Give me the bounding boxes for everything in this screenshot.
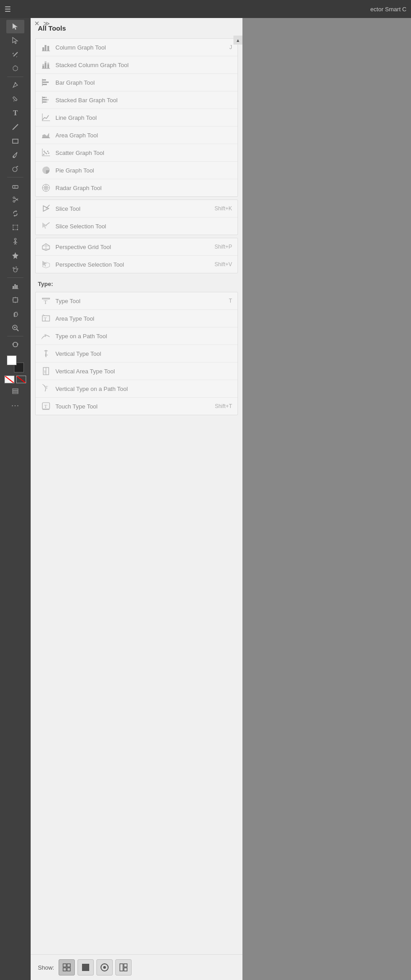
scatter-graph-tool-item[interactable]: Scatter Graph Tool: [36, 144, 237, 162]
show-advanced-button[interactable]: [96, 959, 113, 975]
svg-rect-76: [42, 99, 47, 100]
area-graph-tool-item[interactable]: Area Graph Tool: [36, 127, 237, 144]
svg-rect-24: [17, 225, 18, 226]
svg-rect-127: [63, 964, 66, 967]
perspective-grid-tool-item[interactable]: Perspective Grid Tool Shift+P: [36, 238, 237, 256]
svg-marker-33: [12, 252, 18, 259]
svg-rect-60: [45, 45, 46, 51]
toolbar-separator-2: [7, 177, 23, 177]
type-icon-letter: T: [13, 109, 18, 117]
toolbar-rotate-tool[interactable]: [6, 207, 24, 220]
bar-graph-tool-label: Bar Graph Tool: [55, 79, 228, 86]
svg-rect-64: [42, 64, 44, 66]
svg-point-36: [16, 267, 17, 268]
scroll-up-button[interactable]: ▲: [233, 36, 242, 45]
svg-marker-21: [14, 215, 15, 217]
svg-text:T: T: [44, 299, 47, 305]
type-tool-item[interactable]: T Type Tool T: [36, 292, 237, 310]
toolbar-pin-tool[interactable]: [6, 249, 24, 262]
toolbar-eraser-tool[interactable]: [6, 179, 24, 192]
perspective-tools-section: Perspective Grid Tool Shift+P Perspectiv…: [35, 238, 238, 273]
toolbar-layers[interactable]: [6, 385, 24, 398]
vertical-area-type-tool-item[interactable]: T Vertical Area Type Tool: [36, 363, 237, 380]
toolbar-line-tool[interactable]: [6, 120, 24, 134]
fill-none-indicator[interactable]: [5, 376, 14, 383]
toolbar-puppet-warp-tool[interactable]: [6, 235, 24, 248]
toolbar-more[interactable]: ···: [6, 399, 24, 412]
type-on-path-tool-item[interactable]: T Type on a Path Tool: [36, 327, 237, 345]
svg-rect-63: [42, 66, 44, 68]
toolbar-free-transform-tool[interactable]: [6, 221, 24, 234]
svg-rect-59: [42, 47, 44, 51]
more-icon: ···: [11, 401, 19, 410]
show-custom-button[interactable]: [115, 959, 132, 975]
svg-line-19: [15, 198, 18, 200]
perspective-selection-tool-item[interactable]: Perspective Selection Tool Shift+V: [36, 256, 237, 273]
toolbar-column-graph-tool[interactable]: [6, 279, 24, 293]
svg-rect-126: [42, 409, 50, 410]
column-graph-tool-item[interactable]: Column Graph Tool J: [36, 39, 237, 56]
type-tool-shortcut: T: [229, 298, 232, 304]
toolbar-pen-tool[interactable]: [6, 78, 24, 92]
hamburger-icon[interactable]: ☰: [5, 5, 11, 14]
toolbar-type-tool[interactable]: T: [6, 106, 24, 120]
line-graph-tool-item[interactable]: Line Graph Tool: [36, 109, 237, 127]
svg-text:T: T: [44, 354, 49, 356]
show-all-button[interactable]: [59, 959, 75, 975]
panel-scroll-area[interactable]: ▲ Column Graph Tool J: [31, 36, 242, 954]
stacked-column-graph-icon: [41, 60, 51, 70]
slice-tool-shortcut: Shift+K: [215, 205, 232, 212]
radar-graph-tool-item[interactable]: Radar Graph Tool: [36, 179, 237, 196]
svg-rect-39: [14, 284, 16, 289]
svg-marker-53: [17, 344, 18, 345]
toolbar-selection-tool[interactable]: [6, 20, 24, 33]
vertical-type-icon: T: [41, 349, 51, 358]
toolbar-magic-wand-tool[interactable]: ✦: [6, 48, 24, 61]
stacked-column-graph-tool-item[interactable]: Stacked Column Graph Tool: [36, 56, 237, 74]
show-basic-button[interactable]: [78, 959, 94, 975]
svg-rect-42: [13, 298, 18, 302]
touch-type-tool-item[interactable]: T Touch Type Tool Shift+T: [36, 398, 237, 415]
svg-point-88: [47, 151, 49, 152]
svg-rect-25: [13, 229, 14, 230]
stroke-none-indicator[interactable]: [16, 376, 26, 383]
toolbar-zoom-tool[interactable]: [6, 321, 24, 335]
svg-marker-0: [13, 23, 18, 30]
svg-rect-68: [47, 63, 49, 64]
toolbar-scissors-tool[interactable]: [6, 193, 24, 206]
slice-selection-icon: [41, 221, 51, 231]
slice-selection-tool-label: Slice Selection Tool: [55, 223, 228, 230]
toolbar-symbol-sprayer-tool[interactable]: [6, 263, 24, 276]
toolbar-hand-tool[interactable]: [6, 307, 24, 321]
slice-selection-tool-item[interactable]: Slice Selection Tool: [36, 218, 237, 235]
toolbar-paintbrush-tool[interactable]: [6, 148, 24, 162]
toolbar-lasso-tool[interactable]: [6, 62, 24, 75]
fill-color-swatch[interactable]: [7, 355, 17, 365]
toolbar-pencil-tool[interactable]: [6, 92, 24, 106]
column-graph-icon: [41, 42, 51, 52]
vertical-type-on-path-icon: T: [41, 384, 51, 394]
vertical-type-tool-item[interactable]: T Vertical Type Tool: [36, 345, 237, 363]
svg-rect-38: [13, 286, 14, 289]
bar-graph-tool-item[interactable]: Bar Graph Tool: [36, 74, 237, 91]
vertical-type-on-path-tool-label: Vertical Type on a Path Tool: [55, 386, 228, 392]
area-type-tool-label: Area Type Tool: [55, 315, 228, 322]
toolbar-blob-brush-tool[interactable]: [6, 162, 24, 176]
svg-text:✦: ✦: [12, 52, 14, 55]
toolbar-direct-selection-tool[interactable]: [6, 34, 24, 47]
stacked-bar-graph-tool-item[interactable]: Stacked Bar Graph Tool: [36, 91, 237, 109]
slice-tool-item[interactable]: Slice Tool Shift+K: [36, 200, 237, 218]
expand-panel-button[interactable]: ≫: [43, 20, 50, 27]
radar-graph-tool-label: Radar Graph Tool: [55, 185, 228, 191]
close-panel-button[interactable]: ✕: [34, 20, 40, 27]
toolbar-artboard-tool[interactable]: [6, 293, 24, 307]
pie-graph-tool-item[interactable]: Pie Graph Tool: [36, 162, 237, 179]
vertical-type-on-path-tool-item[interactable]: T Vertical Type on a Path Tool: [36, 380, 237, 398]
type-tool-icon: T: [41, 296, 51, 306]
toolbar-undo-redo[interactable]: [6, 338, 24, 351]
svg-line-9: [13, 124, 18, 130]
svg-rect-10: [13, 139, 18, 143]
toolbar-rectangle-tool[interactable]: [6, 134, 24, 148]
area-type-tool-item[interactable]: T Area Type Tool: [36, 310, 237, 327]
panel-footer: Show:: [31, 954, 242, 980]
